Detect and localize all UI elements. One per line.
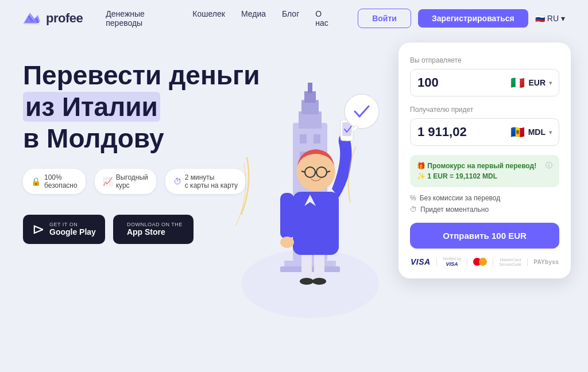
google-play-button[interactable]: ⊳ GET IT ON Google Play xyxy=(23,215,105,244)
logo-text: profee xyxy=(46,11,83,26)
nav-about[interactable]: О нас xyxy=(315,9,335,28)
feature-instant: ⏱ Придет моментально xyxy=(410,206,559,214)
send-button[interactable]: Отправить 100 EUR xyxy=(410,223,559,249)
promo-rate: ✨ 1 EUR = 19,1102 MDL xyxy=(417,171,542,181)
chart-icon: 📈 xyxy=(103,177,113,186)
app-store-button[interactable]: Download on the App Store xyxy=(113,215,194,244)
receive-currency-code: MDL xyxy=(528,127,546,137)
nav-blog[interactable]: Блог xyxy=(282,9,299,28)
divider4 xyxy=(527,258,528,266)
promo-title: 🎁 Промокурс на первый перевод! xyxy=(417,161,542,171)
transfer-widget: Вы отправляете 🇮🇹 EUR ▾ Получателю приде… xyxy=(399,42,571,278)
send-currency-chevron: ▾ xyxy=(549,80,552,86)
verified-visa-label: Verified by xyxy=(443,257,462,261)
header-actions: Войти Зарегистрироваться 🇷🇺 RU ▾ xyxy=(358,9,565,28)
nav-wallet[interactable]: Кошелек xyxy=(192,9,225,28)
mc-secure-label: MasterCard xyxy=(500,258,521,262)
android-icon: ⊳ xyxy=(32,220,45,238)
send-currency-code: EUR xyxy=(528,78,546,87)
receive-label: Получателю придет xyxy=(410,106,559,114)
widget-features: % Без комиссии за перевод ⏱ Придет момен… xyxy=(410,194,559,214)
clock-icon: ⏱ xyxy=(173,177,181,186)
divider3 xyxy=(493,258,493,266)
lock-icon: 🔒 xyxy=(31,177,41,186)
lang-selector[interactable]: 🇷🇺 RU ▾ xyxy=(535,14,565,23)
send-amount-row[interactable]: 🇮🇹 EUR ▾ xyxy=(410,69,559,96)
payment-logos: VISA Verified by VISA MasterCard SecureC… xyxy=(410,257,559,267)
receive-flag: 🇲🇩 xyxy=(510,125,525,139)
receive-currency-chevron: ▾ xyxy=(549,129,552,135)
promo-banner: 🎁 Промокурс на первый перевод! ✨ 1 EUR =… xyxy=(410,155,559,187)
send-label: Вы отправляете xyxy=(410,56,559,64)
mastercard-logo xyxy=(473,258,487,266)
percent-icon: % xyxy=(410,194,416,202)
divider2 xyxy=(467,258,467,266)
send-amount-input[interactable] xyxy=(417,75,510,90)
send-flag: 🇮🇹 xyxy=(510,76,525,90)
promo-info-icon[interactable]: ⓘ xyxy=(546,161,552,170)
divider1 xyxy=(436,258,437,266)
feature-no-commission: % Без комиссии за перевод xyxy=(410,194,559,202)
receive-amount-input[interactable] xyxy=(417,125,510,140)
paybyss-logo: PAYbyss xyxy=(533,259,559,265)
logo-icon xyxy=(23,10,41,26)
lang-code: RU xyxy=(547,14,559,23)
register-button[interactable]: Зарегистрироваться xyxy=(418,9,528,28)
mc-secure-code-label: SecureCode xyxy=(499,262,521,266)
login-button[interactable]: Войти xyxy=(358,9,411,28)
chevron-down-icon: ▾ xyxy=(561,14,565,23)
logo[interactable]: profee xyxy=(23,10,83,26)
nav-media[interactable]: Медиа xyxy=(241,9,266,28)
main-nav: Денежные переводы Кошелек Медиа Блог О н… xyxy=(106,9,335,28)
visa-logo: VISA xyxy=(411,257,431,266)
feature-secure: 🔒 100% безопасно xyxy=(23,169,86,194)
feature-rate: 📈 Выгодный курс xyxy=(95,169,156,194)
flag-icon: 🇷🇺 xyxy=(535,14,545,23)
receive-amount-row[interactable]: 🇲🇩 MDL ▾ xyxy=(410,118,559,146)
timer-icon: ⏱ xyxy=(410,206,417,214)
receive-currency-selector[interactable]: 🇲🇩 MDL ▾ xyxy=(510,125,552,139)
verified-visa-logo: VISA xyxy=(446,261,458,267)
nav-transfers[interactable]: Денежные переводы xyxy=(106,9,176,28)
feature-speed: ⏱ 2 минуты с карты на карту xyxy=(165,169,246,194)
send-currency-selector[interactable]: 🇮🇹 EUR ▾ xyxy=(510,76,552,90)
